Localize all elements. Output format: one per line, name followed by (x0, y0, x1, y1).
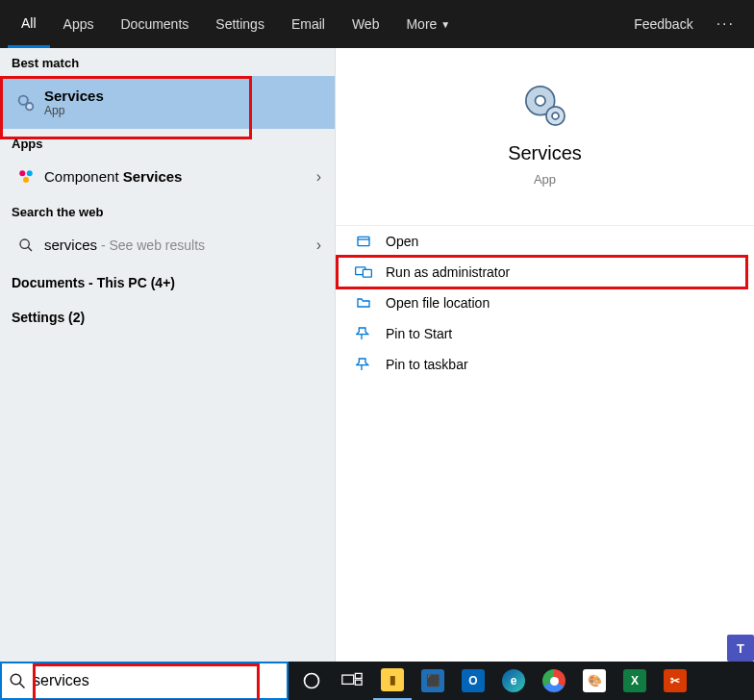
result-label: Component Services (44, 168, 182, 185)
feedback-link[interactable]: Feedback (622, 16, 704, 32)
web-result-label: services - See web results (44, 237, 205, 253)
search-icon (2, 672, 33, 689)
result-documents-group[interactable]: Documents - This PC (4+) (0, 265, 335, 300)
taskbar-app-snip[interactable]: ✂ (656, 662, 694, 700)
svg-point-4 (23, 177, 29, 183)
tab-more-label: More (406, 16, 437, 32)
chevron-down-icon: ▼ (440, 19, 450, 30)
svg-rect-17 (342, 675, 354, 684)
tab-documents[interactable]: Documents (107, 0, 202, 48)
svg-point-1 (26, 103, 33, 110)
result-component-services[interactable]: Component Services › (0, 157, 335, 197)
svg-line-6 (28, 247, 32, 251)
search-icon (13, 238, 38, 253)
svg-point-16 (305, 674, 319, 688)
gear-icon (516, 77, 574, 135)
component-icon (13, 168, 38, 186)
svg-rect-13 (363, 269, 371, 277)
tab-email[interactable]: Email (278, 0, 339, 48)
result-subtitle: App (44, 104, 321, 117)
action-run-as-administrator[interactable]: Run as administrator (336, 257, 754, 288)
svg-line-15 (19, 683, 24, 688)
action-pin-to-start[interactable]: Pin to Start (336, 318, 754, 349)
results-panel: Best match Services App Apps Component S… (0, 48, 335, 662)
result-title: Services (44, 88, 321, 104)
taskbar: ▮ ⬛ O e 🎨 X ✂ (289, 662, 754, 700)
search-input[interactable] (33, 672, 287, 689)
folder-icon (355, 295, 372, 311)
action-open-file-location[interactable]: Open file location (336, 288, 754, 318)
chevron-right-icon: › (316, 237, 321, 254)
action-label: Pin to Start (386, 326, 452, 341)
taskbar-app-edge[interactable]: e (494, 662, 533, 700)
svg-rect-18 (355, 673, 362, 678)
action-label: Open file location (386, 295, 490, 311)
svg-point-14 (11, 674, 21, 685)
svg-point-5 (20, 239, 29, 248)
svg-point-3 (27, 170, 33, 176)
result-web-search[interactable]: services - See web results › (0, 225, 335, 265)
svg-point-2 (19, 170, 25, 176)
tab-settings[interactable]: Settings (202, 0, 278, 48)
action-pin-to-taskbar[interactable]: Pin to taskbar (336, 349, 754, 380)
tab-apps[interactable]: Apps (50, 0, 108, 48)
taskbar-app-paint[interactable]: 🎨 (575, 662, 614, 700)
preview-subtitle: App (534, 172, 556, 187)
action-label: Pin to taskbar (386, 357, 468, 372)
gear-icon (13, 92, 38, 113)
search-filter-tabs: All Apps Documents Settings Email Web Mo… (0, 0, 754, 48)
taskbar-app-outlook[interactable]: O (454, 662, 492, 700)
best-match-services[interactable]: Services App (0, 76, 335, 129)
tab-all[interactable]: All (8, 0, 50, 48)
tab-more[interactable]: More ▼ (392, 0, 464, 48)
task-view-icon[interactable] (333, 662, 371, 700)
result-settings-group[interactable]: Settings (2) (0, 300, 335, 335)
shield-run-icon (355, 264, 372, 280)
taskbar-app-excel[interactable]: X (616, 662, 654, 700)
taskbar-app-teams[interactable]: T (727, 635, 754, 662)
taskbar-app-store[interactable]: ⬛ (414, 662, 452, 700)
svg-rect-11 (358, 237, 369, 245)
more-options-icon[interactable]: ··· (705, 15, 746, 33)
pin-icon (355, 357, 372, 372)
action-label: Run as administrator (386, 264, 510, 280)
cortana-icon[interactable] (292, 662, 331, 700)
section-best-match: Best match (0, 48, 335, 76)
preview-panel: Services App Open Run as administrator (335, 48, 754, 662)
svg-rect-19 (355, 680, 362, 685)
taskbar-app-explorer[interactable]: ▮ (373, 662, 412, 700)
section-apps: Apps (0, 129, 335, 157)
preview-title: Services (508, 142, 582, 164)
svg-point-10 (552, 112, 559, 119)
svg-point-8 (535, 96, 545, 107)
action-open[interactable]: Open (336, 226, 754, 257)
section-search-web: Search the web (0, 197, 335, 225)
action-label: Open (386, 234, 418, 249)
start-search-box[interactable] (0, 662, 289, 700)
open-icon (355, 234, 372, 249)
pin-icon (355, 326, 372, 341)
tab-web[interactable]: Web (339, 0, 393, 48)
taskbar-app-chrome[interactable] (535, 662, 573, 700)
chevron-right-icon: › (316, 168, 321, 186)
